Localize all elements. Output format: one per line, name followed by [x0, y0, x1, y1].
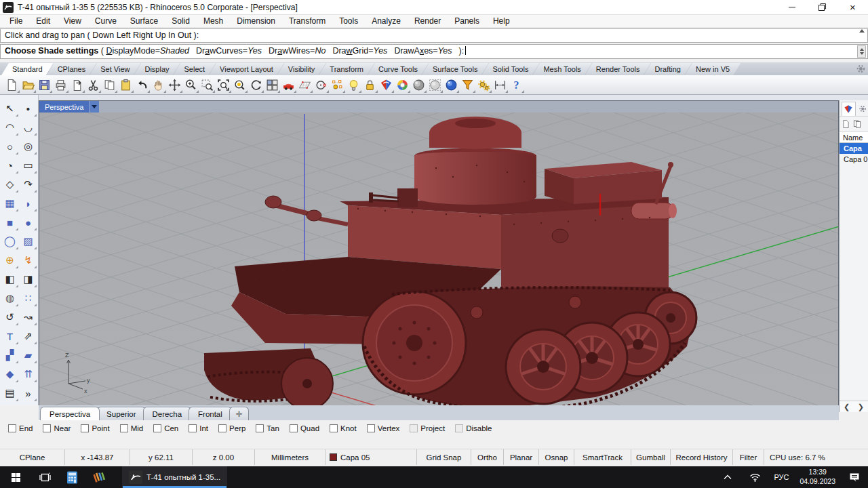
help-icon[interactable]: ?: [509, 77, 524, 93]
checkbox-icon[interactable]: [410, 424, 418, 432]
layers-name-header[interactable]: Name: [840, 131, 868, 143]
current-layer-pane[interactable]: Capa 05: [326, 449, 417, 465]
vptab-frontal[interactable]: Frontal: [189, 407, 232, 420]
polygon-icon[interactable]: ◇: [1, 175, 19, 194]
pane-units[interactable]: Millimeters: [255, 449, 326, 465]
language-indicator[interactable]: РУС: [768, 473, 794, 481]
task-view-button[interactable]: [31, 466, 58, 488]
menu-edit[interactable]: Edit: [29, 15, 57, 27]
osnap-perp[interactable]: Perp: [218, 424, 245, 432]
copy-icon[interactable]: [102, 77, 117, 93]
pane-smarttrack[interactable]: SmartTrack: [574, 449, 631, 465]
tab-visibility[interactable]: Visibility: [277, 63, 326, 75]
menu-surface[interactable]: Surface: [123, 15, 165, 27]
split-icon[interactable]: ◨: [19, 270, 37, 289]
vptab-derecha[interactable]: Derecha: [143, 407, 191, 420]
move-copy-icon[interactable]: ⇗: [19, 327, 37, 346]
tab-new-in-v5[interactable]: New in V5: [685, 63, 741, 75]
solid-icon[interactable]: ◆: [1, 365, 19, 384]
extend-icon[interactable]: ↝: [19, 308, 37, 327]
paint-icon[interactable]: ▰: [19, 346, 37, 365]
viewport-title[interactable]: Perspectiva: [39, 101, 89, 113]
checkbox-icon[interactable]: [153, 424, 161, 432]
viewport-scene[interactable]: Z y x: [39, 113, 838, 406]
option-displaymode[interactable]: DisplayMode=Shaded: [106, 46, 189, 56]
option-drawcurves[interactable]: DrawCurves=Yes: [196, 46, 262, 56]
panel-prev-button[interactable]: ❮: [844, 403, 850, 411]
extrude-icon[interactable]: ⇈: [19, 365, 37, 384]
render-icon[interactable]: [378, 77, 394, 93]
menu-solid[interactable]: Solid: [165, 15, 197, 27]
move-icon[interactable]: [167, 77, 182, 93]
viewport-layout-icon[interactable]: [264, 77, 280, 93]
checkbox-icon[interactable]: [367, 424, 375, 432]
viewport-menu-dropdown[interactable]: [89, 101, 99, 113]
trim-icon[interactable]: ◧: [1, 270, 19, 289]
wifi-icon[interactable]: [741, 466, 768, 488]
pane-record-history[interactable]: Record History: [671, 449, 733, 465]
circle-snap-icon[interactable]: [313, 77, 329, 93]
tab-drafting[interactable]: Drafting: [644, 63, 692, 75]
rendered-view-icon[interactable]: [443, 77, 459, 93]
osnap-near[interactable]: Near: [43, 424, 71, 432]
export-icon[interactable]: [69, 77, 85, 93]
tray-chevron-icon[interactable]: [714, 466, 741, 488]
menu-dimension[interactable]: Dimension: [230, 15, 282, 27]
menu-render[interactable]: Render: [408, 15, 448, 27]
layers-tab[interactable]: [842, 102, 856, 116]
pane-filter[interactable]: Filter: [733, 449, 764, 465]
cut-icon[interactable]: [85, 77, 101, 93]
option-drawgrid[interactable]: DrawGrid=Yes: [332, 46, 387, 56]
checkbox-icon[interactable]: [256, 424, 264, 432]
checkbox-icon[interactable]: [290, 424, 298, 432]
handle-curve-icon[interactable]: ◡: [19, 118, 37, 137]
osnap-quad[interactable]: Quad: [290, 424, 319, 432]
open-file-icon[interactable]: [20, 77, 36, 93]
panel-gear-icon[interactable]: [859, 104, 867, 113]
pane-x[interactable]: x -143.87: [65, 449, 130, 465]
rotate-view-icon[interactable]: [248, 77, 264, 93]
tab-cplanes[interactable]: CPlanes: [47, 63, 97, 75]
circle-icon[interactable]: ○: [1, 137, 19, 156]
menu-panels[interactable]: Panels: [448, 15, 486, 27]
color-wheel-icon[interactable]: [395, 77, 410, 93]
lock-icon[interactable]: [362, 77, 378, 93]
undo-icon[interactable]: [134, 77, 150, 93]
tab-solid-tools[interactable]: Solid Tools: [481, 63, 539, 75]
ghosted-view-icon[interactable]: [427, 77, 443, 93]
tab-curve-tools[interactable]: Curve Tools: [368, 63, 429, 75]
command-history[interactable]: Click and drag to pan ( Down Left Right …: [0, 28, 868, 43]
menu-help[interactable]: Help: [486, 15, 517, 27]
checkbox-icon[interactable]: [455, 424, 463, 432]
explode-icon[interactable]: ↯: [19, 251, 37, 270]
tab-standard[interactable]: Standard: [1, 63, 54, 75]
start-button[interactable]: [0, 466, 31, 488]
curved-surface-icon[interactable]: ◗: [19, 194, 37, 213]
osnap-end[interactable]: End: [8, 424, 33, 432]
torus-icon[interactable]: ◯: [1, 232, 19, 251]
object-points-icon[interactable]: [330, 77, 345, 93]
tab-set-view[interactable]: Set View: [90, 63, 140, 75]
checkbox-icon[interactable]: [8, 424, 16, 432]
toolbar-gear-icon[interactable]: [856, 64, 866, 74]
checkbox-icon[interactable]: [189, 424, 197, 432]
osnap-knot[interactable]: Knot: [330, 424, 357, 432]
pan-icon[interactable]: [151, 77, 166, 93]
checkbox-icon[interactable]: [218, 424, 226, 432]
arc-icon[interactable]: ◔: [1, 156, 19, 175]
paste-icon[interactable]: [118, 77, 134, 93]
box-icon[interactable]: ■: [1, 213, 19, 232]
pane-ortho[interactable]: Ortho: [471, 449, 504, 465]
spheres-icon[interactable]: ●: [19, 213, 37, 232]
save-icon[interactable]: [37, 77, 52, 93]
new-layer-icon[interactable]: [842, 119, 850, 129]
tab-viewport-layout[interactable]: Viewport Layout: [209, 63, 284, 75]
osnap-point[interactable]: Point: [81, 424, 109, 432]
command-spinner[interactable]: [857, 45, 866, 58]
tab-mesh-tools[interactable]: Mesh Tools: [532, 63, 591, 75]
command-input[interactable]: Choose Shade settings ( DisplayMode=Shad…: [0, 44, 868, 59]
maximize-button[interactable]: [807, 0, 837, 14]
menu-transform[interactable]: Transform: [282, 15, 332, 27]
minimize-button[interactable]: [776, 0, 807, 14]
select-arrow-icon[interactable]: ↖: [1, 99, 19, 118]
